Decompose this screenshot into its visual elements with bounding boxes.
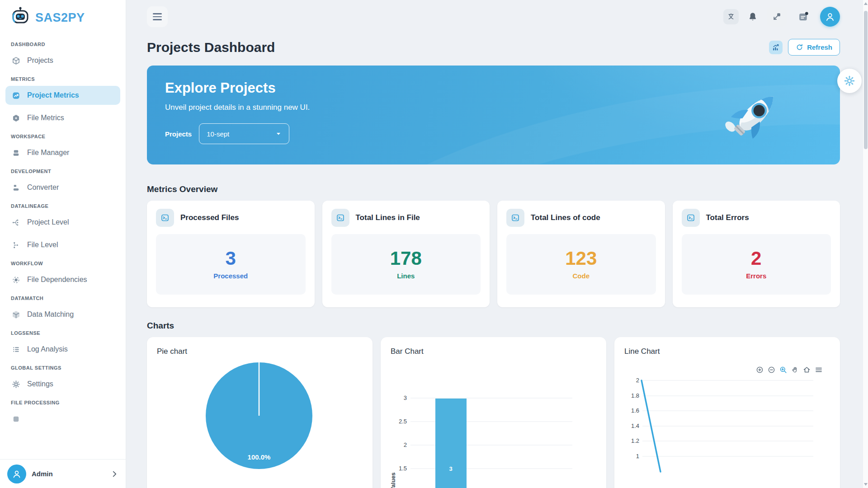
- chart-cards: Pie chart 100.0% Bar Chart 3 2.5 2: [147, 337, 840, 488]
- sidebar-item-label: File Level: [27, 241, 58, 249]
- metric-value: 3: [226, 249, 236, 268]
- robot-logo-icon: [10, 6, 31, 29]
- scroll-down-arrow[interactable]: [864, 483, 868, 486]
- zoom-out-icon[interactable]: [768, 366, 775, 374]
- sidebar-item-label: Settings: [27, 380, 53, 388]
- sidebar-item-label: Project Metrics: [27, 91, 79, 99]
- sidebar-item-file-level[interactable]: File Level: [5, 235, 120, 254]
- menu-lines-icon[interactable]: [815, 366, 823, 374]
- sidebar-item-partial[interactable]: [5, 409, 120, 428]
- home-icon[interactable]: [803, 366, 811, 374]
- metric-cards: Processed Files 3 Processed Total Lines …: [147, 201, 840, 307]
- line-chart[interactable]: 2 1.8 1.6 1.4 1.2 1: [624, 337, 830, 488]
- bell-icon[interactable]: [748, 12, 758, 22]
- generic-icon: [11, 414, 20, 423]
- metrics-overview-heading: Metrics Overview: [147, 184, 840, 194]
- chart-shortcut-button[interactable]: [769, 41, 783, 54]
- sidebar-user-footer[interactable]: Admin: [0, 459, 126, 488]
- sidebar-item-settings[interactable]: Settings: [5, 375, 120, 394]
- app-window: SAS2PY DASHBOARD Projects METRICS Projec…: [0, 0, 868, 488]
- theme-settings-gear-button[interactable]: [837, 69, 862, 93]
- metric-label: Processed: [213, 272, 248, 280]
- rocket-illustration: [716, 80, 790, 156]
- hamburger-menu-icon[interactable]: [147, 6, 168, 27]
- target-circle-icon: [11, 275, 20, 284]
- sidebar-item-file-dependencies[interactable]: File Dependencies: [5, 270, 120, 289]
- bar-ytick: 3: [404, 394, 407, 401]
- sidebar-nav: DASHBOARD Projects METRICS Project Metri…: [0, 35, 126, 459]
- drawers-icon: [11, 148, 20, 157]
- sidebar-item-file-manager[interactable]: File Manager: [5, 143, 120, 162]
- pie-chart-card: Pie chart 100.0%: [147, 337, 373, 488]
- section-label-global-settings: GLOBAL SETTINGS: [11, 365, 115, 371]
- cube-icon: [11, 310, 20, 319]
- scroll-up-arrow[interactable]: [864, 2, 868, 5]
- bar-ytick: 2.5: [399, 418, 407, 425]
- metric-card-title: Processed Files: [180, 213, 239, 222]
- bar-chart-card: Bar Chart 3 2.5 2 1.5 3 Values: [381, 337, 606, 488]
- section-label-workflow: WORKFLOW: [11, 261, 115, 266]
- line-ytick: 1.2: [631, 437, 639, 444]
- sidebar-item-label: Project Level: [27, 218, 69, 226]
- page-header: Projects Dashboard Refresh: [147, 39, 840, 56]
- sidebar-item-label: File Dependencies: [27, 276, 87, 284]
- sidebar-item-projects[interactable]: Projects: [5, 51, 120, 70]
- bar-chart[interactable]: 3 2.5 2 1.5 3 Values: [391, 337, 597, 488]
- refresh-icon: [796, 43, 803, 51]
- notes-icon[interactable]: [796, 9, 811, 24]
- brand[interactable]: SAS2PY: [0, 0, 126, 35]
- sidebar-item-label: Converter: [27, 183, 59, 192]
- profile-avatar[interactable]: [820, 7, 840, 27]
- pie-slice-label: 100.0%: [248, 453, 271, 461]
- brand-name: SAS2PY: [35, 11, 85, 25]
- pan-hand-icon[interactable]: [791, 366, 799, 374]
- chevron-down-icon: [275, 131, 282, 137]
- chart-toolbar: [756, 366, 823, 374]
- user-avatar-icon: [7, 465, 26, 483]
- line-ytick: 1.8: [631, 392, 639, 399]
- pie-chart[interactable]: 100.0%: [157, 337, 361, 488]
- sidebar-item-log-analysis[interactable]: Log Analysis: [5, 340, 120, 359]
- chevron-right-icon[interactable]: [110, 470, 118, 478]
- sidebar-item-file-metrics[interactable]: File Metrics: [5, 108, 120, 127]
- zoom-in-icon[interactable]: [756, 366, 764, 374]
- refresh-button[interactable]: Refresh: [788, 39, 840, 56]
- sidebar-item-data-matching[interactable]: Data Matching: [5, 305, 120, 324]
- chart-trend-icon: [11, 91, 20, 100]
- terminal-icon: [506, 209, 524, 227]
- box-zoom-icon[interactable]: [779, 366, 787, 374]
- window-scrollbar[interactable]: [863, 0, 868, 488]
- section-label-workspace: WORKSPACE: [11, 134, 115, 139]
- section-label-development: DEVELOPMENT: [11, 169, 115, 174]
- main-content: Projects Dashboard Refresh Explore Proje…: [126, 0, 868, 488]
- sidebar-item-project-level[interactable]: Project Level: [5, 213, 120, 232]
- sidebar-item-project-metrics[interactable]: Project Metrics: [5, 86, 120, 105]
- username: Admin: [32, 470, 53, 478]
- bar-value-label: 3: [449, 465, 452, 472]
- fullscreen-exit-icon[interactable]: [767, 7, 787, 27]
- page-title: Projects Dashboard: [147, 40, 275, 55]
- section-label-datamatch: DATAMATCH: [11, 296, 115, 301]
- metric-label: Errors: [746, 272, 766, 280]
- projects-select-value: 10-sept: [207, 130, 229, 138]
- terminal-icon: [331, 209, 349, 227]
- sidebar-item-converter[interactable]: Converter: [5, 178, 120, 197]
- bar[interactable]: [435, 399, 467, 488]
- metric-card-title: Total Lines of code: [531, 213, 600, 222]
- projects-select[interactable]: 10-sept: [199, 123, 289, 144]
- projects-select-label: Projects: [165, 130, 192, 138]
- metric-value: 178: [390, 249, 422, 268]
- line-ytick: 1.4: [631, 422, 639, 429]
- hexagon-icon: [11, 113, 20, 122]
- list-lines-icon: [11, 345, 20, 354]
- metric-card-total-lines-of-code: Total Lines of code 123 Code: [497, 201, 665, 307]
- metric-label: Code: [573, 272, 590, 280]
- branch-icon: [11, 218, 20, 227]
- explore-projects-banner: Explore Projects Unveil project details …: [147, 66, 840, 164]
- node-tree-icon: [11, 240, 20, 249]
- bar-ytick: 2: [404, 441, 407, 448]
- gear-icon: [11, 380, 20, 389]
- translate-icon[interactable]: [723, 9, 739, 24]
- scrollbar-thumb[interactable]: [864, 11, 868, 149]
- line-ytick: 2: [636, 377, 639, 384]
